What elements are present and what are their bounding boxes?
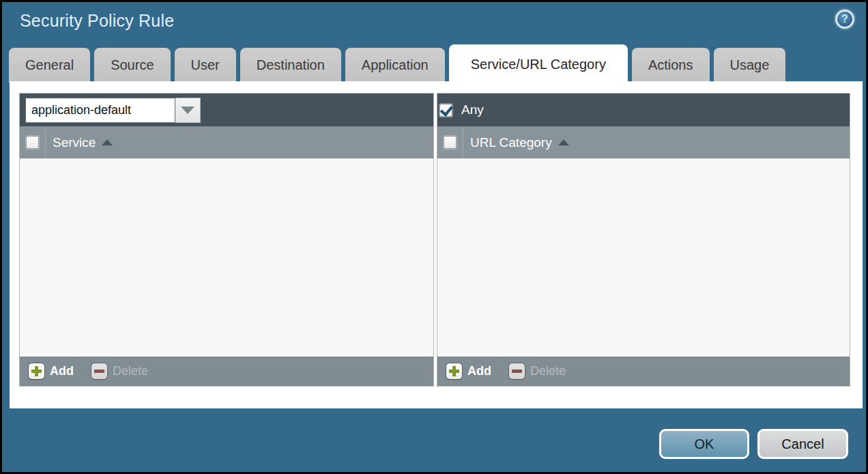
service-column-header: Service [20,126,433,158]
tab-destination[interactable]: Destination [240,48,341,83]
service-header-checkbox-cell [20,126,46,158]
delete-button-label: Delete [530,364,566,378]
url-category-delete-button[interactable]: Delete [509,363,566,379]
service-delete-button[interactable]: Delete [91,363,148,379]
add-plus-icon [29,363,44,379]
url-category-column-label: URL Category [470,135,552,150]
tab-source[interactable]: Source [94,48,170,83]
service-list [20,158,433,357]
tab-application[interactable]: Application [345,48,445,83]
dialog-title: Security Policy Rule [20,11,174,31]
sort-ascending-icon[interactable] [102,139,113,145]
security-policy-rule-dialog: Security Policy Rule ? General Source Us… [0,0,868,474]
url-category-panel: Any URL Category Add Delete [437,93,850,387]
tab-service-url-category[interactable]: Service/URL Category [449,44,628,84]
tab-user[interactable]: User [175,48,236,83]
tab-usage[interactable]: Usage [714,48,786,83]
service-panel: application-default Service Add [19,93,434,387]
any-checkbox-label: Any [461,102,484,117]
url-category-select-all-checkbox[interactable] [444,136,457,149]
service-select-all-checkbox[interactable] [26,136,39,149]
tab-general[interactable]: General [9,48,90,83]
service-add-button[interactable]: Add [29,363,74,379]
add-button-label: Add [467,364,491,378]
cancel-button[interactable]: Cancel [757,429,848,459]
any-checkbox[interactable] [439,104,452,117]
service-panel-topbar: application-default [20,94,433,126]
help-button[interactable]: ? [835,10,854,29]
url-category-panel-footer: Add Delete [437,357,850,386]
tab-content-area: application-default Service Add [10,81,863,408]
help-icon: ? [841,13,848,25]
add-plus-icon [446,363,462,379]
url-category-panel-topbar: Any [437,94,850,126]
delete-minus-icon [509,363,525,379]
url-category-add-button[interactable]: Add [446,363,491,379]
service-dropdown-value[interactable]: application-default [25,98,175,123]
sort-ascending-icon[interactable] [558,139,569,145]
service-column-label: Service [53,135,96,150]
delete-button-label: Delete [113,364,148,378]
service-dropdown[interactable]: application-default [25,98,201,123]
tab-bar: General Source User Destination Applicat… [9,44,785,84]
service-panel-footer: Add Delete [20,357,433,386]
url-category-list [437,158,850,357]
url-category-header-checkbox-cell [437,126,463,158]
tab-actions[interactable]: Actions [632,48,710,83]
url-category-column-header: URL Category [437,126,850,158]
add-button-label: Add [50,364,74,378]
ok-button[interactable]: OK [659,429,749,459]
delete-minus-icon [91,363,107,379]
chevron-down-icon [181,107,194,114]
service-dropdown-button[interactable] [175,98,201,123]
